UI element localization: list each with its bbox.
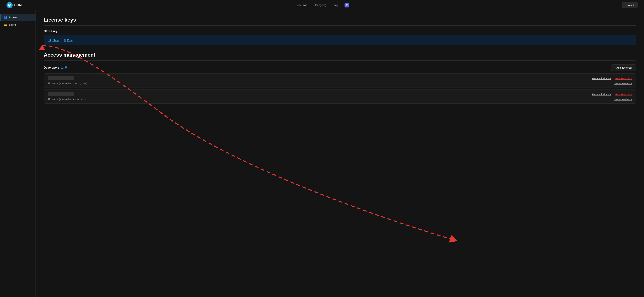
show-key-button[interactable]: 👁 Show	[48, 38, 59, 42]
deactivate-device-1[interactable]: Deactivate device	[614, 82, 632, 85]
copy-label: Copy	[67, 39, 73, 42]
show-label: Show	[52, 39, 59, 42]
developers-label-area: Developers 2 / 5	[44, 66, 67, 70]
logo-text: DCM	[14, 3, 22, 7]
main-content: License keys CI/CD key 👁 Show ⧉ Copy Acc…	[36, 10, 644, 297]
svg-point-4	[347, 5, 348, 6]
developer-card-1: Resend invitation Revoke access 🖥 macos …	[44, 74, 636, 88]
svg-rect-2	[344, 3, 349, 8]
dev-card-1-bottom: 🖥 macos (activated on May 16, 2024) Deac…	[48, 82, 632, 85]
resend-invitation-2[interactable]: Resend invitation	[592, 93, 611, 96]
dev-2-device: 🖥 macos (activated on Jun 18, 2024)	[48, 98, 86, 101]
cicd-key-box: 👁 Show ⧉ Copy	[44, 35, 636, 46]
developers-text: Developers	[44, 66, 60, 70]
copy-icon: ⧉	[64, 38, 66, 42]
access-icon: 👥	[4, 16, 7, 19]
copy-key-button[interactable]: ⧉ Copy	[64, 38, 73, 42]
dev-card-2-actions: Resend invitation Revoke access	[592, 93, 632, 96]
resend-invitation-1[interactable]: Resend invitation	[592, 77, 611, 80]
logout-button[interactable]: Log out	[622, 2, 638, 8]
dev-1-email	[48, 76, 74, 80]
monitor-icon-1: 🖥	[48, 82, 50, 85]
dev-card-1-top: Resend invitation Revoke access	[48, 76, 632, 80]
header-nav: Quick Start Changelog Blog	[294, 3, 349, 8]
dev-1-device-text: macos (activated on May 16, 2024)	[52, 82, 87, 85]
dev-2-device-text: macos (activated on Jun 18, 2024)	[52, 98, 86, 101]
sidebar-item-billing[interactable]: 💳 Billing	[0, 21, 36, 28]
developers-row: Developers 2 / 5 + Add developer	[44, 64, 636, 71]
monitor-icon-2: 🖥	[48, 98, 50, 101]
cicd-key-label: CI/CD key	[44, 30, 636, 33]
nav-blog[interactable]: Blog	[333, 4, 338, 7]
license-keys-title: License keys	[44, 17, 636, 23]
billing-icon: 💳	[4, 23, 7, 26]
eye-icon: 👁	[48, 38, 51, 42]
sidebar-item-access-label: Access	[9, 16, 17, 19]
developer-card-2: Resend invitation Revoke access 🖥 macos …	[44, 89, 636, 104]
layout: 👥 Access 💳 Billing License keys CI/CD ke…	[0, 10, 644, 297]
sidebar-item-access[interactable]: 👥 Access	[0, 14, 36, 21]
dev-1-device: 🖥 macos (activated on May 16, 2024)	[48, 82, 87, 85]
dcm-logo-icon	[6, 2, 13, 8]
sidebar-item-billing-label: Billing	[9, 23, 16, 26]
dev-2-email	[48, 92, 74, 96]
header: DCM Quick Start Changelog Blog Log out	[0, 0, 644, 10]
access-management-divider	[44, 60, 636, 61]
developers-count: 2 / 5	[61, 66, 67, 70]
sidebar: 👥 Access 💳 Billing	[0, 10, 36, 297]
discord-icon[interactable]	[344, 3, 349, 8]
header-right: Log out	[622, 2, 638, 8]
dev-card-2-bottom: 🖥 macos (activated on Jun 18, 2024) Deac…	[48, 98, 632, 101]
nav-changelog[interactable]: Changelog	[314, 4, 326, 7]
add-developer-button[interactable]: + Add developer	[611, 64, 636, 71]
dev-card-1-actions: Resend invitation Revoke access	[592, 77, 632, 80]
revoke-access-1[interactable]: Revoke access	[615, 77, 632, 80]
dev-card-2-top: Resend invitation Revoke access	[48, 92, 632, 96]
svg-point-1	[9, 4, 10, 6]
access-management-title: Access management	[44, 52, 636, 58]
revoke-access-2[interactable]: Revoke access	[615, 93, 632, 96]
svg-point-3	[346, 5, 347, 6]
deactivate-device-2[interactable]: Deactivate device	[614, 98, 632, 101]
header-logo-area: DCM	[6, 2, 22, 8]
nav-quickstart[interactable]: Quick Start	[294, 4, 307, 7]
